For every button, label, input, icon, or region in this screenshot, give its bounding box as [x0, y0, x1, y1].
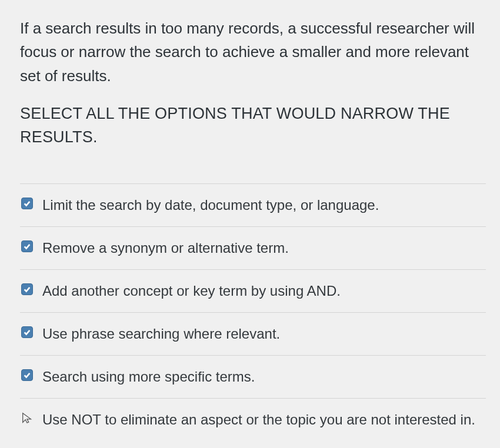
check-icon [23, 371, 31, 379]
option-label: Use phrase searching where relevant. [42, 323, 280, 345]
checkbox-checked[interactable] [21, 198, 33, 209]
option-row[interactable]: Use NOT to eliminate an aspect or the to… [20, 399, 486, 441]
option-label: Search using more specific terms. [42, 366, 255, 387]
check-icon [23, 285, 31, 293]
checkbox-checked[interactable] [21, 240, 33, 252]
option-row[interactable]: Use phrase searching where relevant. [20, 313, 486, 356]
question-instruction: SELECT ALL THE OPTIONS THAT WOULD NARROW… [20, 102, 486, 149]
checkbox-checked[interactable] [21, 326, 33, 338]
check-icon [23, 199, 31, 208]
option-row[interactable]: Limit the search by date, document type,… [20, 184, 486, 227]
option-row[interactable]: Search using more specific terms. [20, 356, 486, 399]
option-label: Limit the search by date, document type,… [42, 195, 379, 216]
check-icon [23, 328, 31, 336]
check-icon [23, 242, 31, 250]
option-row[interactable]: Remove a synonym or alternative term. [20, 227, 486, 270]
checkbox-checked[interactable] [21, 283, 33, 295]
option-label: Use NOT to eliminate an aspect or the to… [42, 409, 475, 430]
question-stem: If a search results in too many records,… [20, 16, 486, 88]
checkbox-checked[interactable] [21, 369, 33, 381]
option-label: Remove a synonym or alternative term. [42, 238, 289, 259]
option-row[interactable]: Add another concept or key term by using… [20, 270, 486, 313]
cursor-icon [21, 412, 33, 424]
options-list: Limit the search by date, document type,… [20, 183, 486, 441]
option-label: Add another concept or key term by using… [42, 280, 341, 302]
